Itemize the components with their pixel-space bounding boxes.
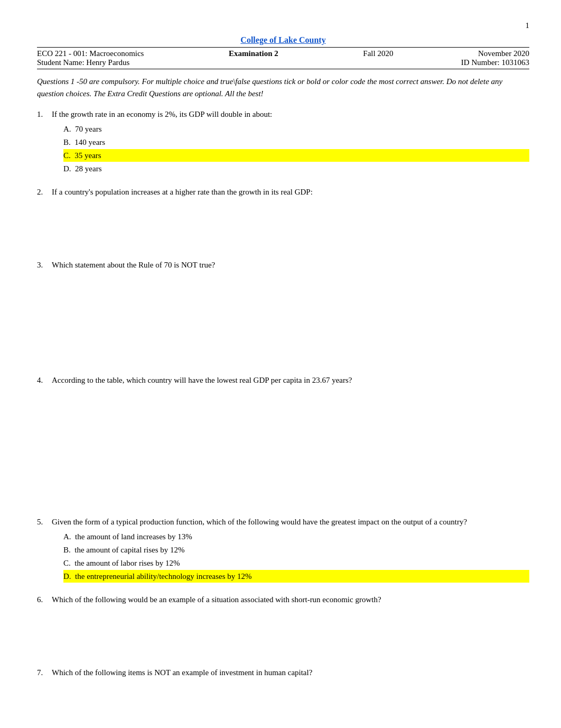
q4-text: According to the table, which country wi… <box>52 374 352 386</box>
instructions: Questions 1 -50 are compulsory. For mult… <box>37 76 529 99</box>
q1-choice-d: D. 28 years <box>63 162 529 175</box>
q6-num: 6. <box>37 593 49 606</box>
q5-choice-c: C. the amount of labor rises by 12% <box>63 557 529 569</box>
q7-text: Which of the following items is NOT an e… <box>52 666 312 679</box>
question-2: 2. If a country's population increases a… <box>37 186 529 248</box>
question-5: 5. Given the form of a typical productio… <box>37 515 529 583</box>
q1-choice-c: C. 35 years <box>63 149 529 162</box>
q5-num: 5. <box>37 515 49 528</box>
question-1: 1. If the growth rate in an economy is 2… <box>37 108 529 175</box>
college-title: College of Lake County <box>37 35 529 45</box>
q7-num: 7. <box>37 666 49 679</box>
course-label: ECO 221 - 001: Macroeconomics <box>37 49 144 58</box>
q1-text: If the growth rate in an economy is 2%, … <box>52 108 272 121</box>
q1-choice-a: A. 70 years <box>63 123 529 135</box>
question-3: 3. Which statement about the Rule of 70 … <box>37 259 529 363</box>
q6-text: Which of the following would be an examp… <box>52 593 381 606</box>
q5-choice-d: D. the entrepreneurial ability/technolog… <box>63 570 529 583</box>
term-label: Fall 2020 <box>363 49 393 58</box>
date-label: November 2020 <box>478 49 529 58</box>
q2-text: If a country's population increases at a… <box>52 186 313 198</box>
question-6: 6. Which of the following would be an ex… <box>37 593 529 656</box>
q5-choice-b: B. the amount of capital rises by 12% <box>63 543 529 556</box>
question-7: 7. Which of the following items is NOT a… <box>37 666 529 679</box>
q3-text: Which statement about the Rule of 70 is … <box>52 259 215 271</box>
student-name: Student Name: Henry Pardus <box>37 58 129 67</box>
question-4: 4. According to the table, which country… <box>37 374 529 505</box>
header-divider: ECO 221 - 001: Macroeconomics Examinatio… <box>37 47 529 69</box>
q4-num: 4. <box>37 374 49 386</box>
id-number: ID Number: 1031063 <box>461 58 529 67</box>
q1-choice-b: B. 140 years <box>63 136 529 149</box>
q1-num: 1. <box>37 108 49 121</box>
page-number: 1 <box>37 21 529 30</box>
q3-num: 3. <box>37 259 49 271</box>
q5-choice-a: A. the amount of land increases by 13% <box>63 530 529 543</box>
questions-section: 1. If the growth rate in an economy is 2… <box>37 108 529 679</box>
q2-num: 2. <box>37 186 49 198</box>
exam-title: Examination 2 <box>229 49 278 58</box>
q5-text: Given the form of a typical production f… <box>52 515 467 528</box>
